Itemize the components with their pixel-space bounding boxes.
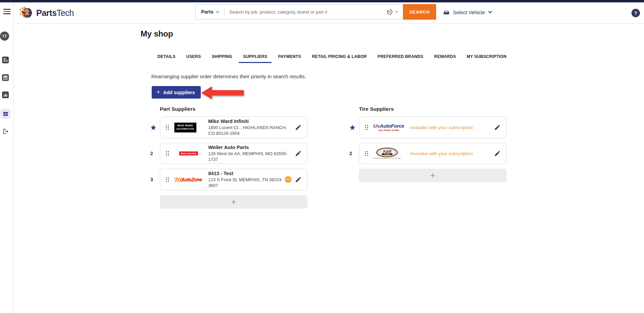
star-icon bbox=[349, 125, 356, 130]
tire-suppliers-heading: Tire Suppliers bbox=[359, 106, 507, 112]
drag-handle-icon[interactable] bbox=[166, 125, 169, 130]
more-status-icon[interactable]: ••• bbox=[285, 176, 292, 183]
hamburger-menu-icon[interactable] bbox=[3, 9, 10, 14]
supplier-card: Weiler Auto Parts Weiler Auto Parts 128 … bbox=[160, 143, 307, 164]
supplier-row: UsAutoForce Your Power to Win. Included … bbox=[349, 117, 507, 138]
supplier-name: 8413 - Test bbox=[208, 170, 285, 176]
logout-icon bbox=[2, 128, 9, 135]
subscription-note: Included with your subscription bbox=[410, 151, 494, 156]
sidebar-item-quotes[interactable] bbox=[0, 55, 10, 65]
tire-suppliers-section: Tire Suppliers UsAutoForce Your Power to… bbox=[349, 106, 507, 182]
storefront-icon bbox=[2, 111, 9, 117]
annotation-arrow bbox=[200, 85, 245, 101]
part-suppliers-section: Part Suppliers MIKE WARD AUTOMOTIVE Mike… bbox=[150, 106, 307, 209]
avatar[interactable]: TT bbox=[0, 32, 9, 41]
chevron-down-icon bbox=[395, 11, 398, 13]
supplier-logo: K&M TIRE Serving Tire Retailers For Over… bbox=[373, 148, 406, 160]
tab-rewards[interactable]: REWARDS bbox=[434, 54, 456, 63]
search-input[interactable] bbox=[229, 9, 384, 15]
history-clock-icon bbox=[387, 9, 393, 15]
tab-suppliers[interactable]: SUPPLIERS bbox=[239, 54, 272, 63]
supplier-card: K&M TIRE Serving Tire Retailers For Over… bbox=[359, 143, 507, 164]
divider bbox=[224, 7, 224, 16]
priority-star bbox=[349, 125, 359, 130]
search-scope-label: Parts bbox=[201, 9, 213, 15]
reorder-note: Rearranging supplier order determines th… bbox=[151, 74, 306, 79]
supplier-card: AutoZone 8413 - Test 123 S Front St, MEM… bbox=[160, 169, 307, 190]
edit-pencil-icon[interactable] bbox=[494, 124, 501, 131]
add-tire-supplier-row[interactable]: + bbox=[359, 169, 507, 182]
supplier-info: 8413 - Test 123 S Front St, MEMPHIS, TN … bbox=[208, 170, 285, 189]
select-vehicle-label: Select Vehicle bbox=[453, 9, 485, 15]
chevron-down-icon bbox=[216, 11, 219, 13]
tab-users[interactable]: USERS bbox=[186, 54, 201, 63]
supplier-row: 2 Weiler Auto Parts Weiler Auto Parts 12… bbox=[150, 143, 307, 164]
priority-number: 2 bbox=[349, 151, 359, 156]
supplier-name: Weiler Auto Parts bbox=[208, 144, 295, 150]
part-suppliers-heading: Part Suppliers bbox=[160, 106, 307, 112]
supplier-logo: UsAutoForce Your Power to Win. bbox=[373, 123, 406, 131]
plus-icon: + bbox=[156, 89, 160, 95]
drag-handle-icon[interactable] bbox=[166, 151, 169, 156]
supplier-info: Mike Ward Infiniti 1800 Lucent Ct. , HIG… bbox=[208, 118, 295, 137]
sidebar-item-my-shop[interactable] bbox=[0, 109, 10, 119]
supplier-address: 123 S Front St, MEMPHIS, TN 38103-3607 bbox=[208, 177, 285, 189]
supplier-address: 128 West rte AA, MEMPHIS, MO 63555-1737 bbox=[208, 151, 295, 163]
plus-icon: + bbox=[430, 171, 435, 180]
drag-handle-icon[interactable] bbox=[365, 125, 368, 130]
plus-icon: + bbox=[231, 197, 236, 207]
search-history-dropdown[interactable] bbox=[387, 9, 398, 15]
page-title: My shop bbox=[141, 29, 173, 39]
supplier-row: MIKE WARD AUTOMOTIVE Mike Ward Infiniti … bbox=[150, 117, 307, 138]
supplier-logo: AutoZone bbox=[174, 177, 203, 182]
chevron-down-icon bbox=[488, 11, 492, 14]
priority-number: 2 bbox=[150, 151, 160, 156]
star-icon bbox=[150, 125, 156, 130]
partstech-wordmark: PartsTech bbox=[36, 8, 74, 18]
tab-shipping[interactable]: SHIPPING bbox=[212, 54, 232, 63]
sidebar-item-orders[interactable] bbox=[0, 72, 10, 83]
search-scope-dropdown[interactable]: Parts bbox=[201, 9, 219, 15]
edit-pencil-icon[interactable] bbox=[295, 176, 302, 183]
priority-number: 3 bbox=[150, 177, 160, 182]
add-suppliers-button[interactable]: + Add suppliers bbox=[152, 86, 201, 99]
priority-star bbox=[150, 125, 160, 130]
search-button[interactable]: SEARCH bbox=[403, 4, 436, 20]
supplier-card: UsAutoForce Your Power to Win. Included … bbox=[359, 117, 507, 138]
partstech-globe-icon bbox=[19, 5, 34, 20]
supplier-address: 1800 Lucent Ct. , HIGHLANDS RANCH, CO 80… bbox=[208, 125, 293, 137]
top-header: PartsTech Parts SEARCH Se bbox=[14, 2, 644, 24]
archive-box-icon bbox=[2, 74, 9, 81]
tab-retail-pricing-labor[interactable]: RETAIL PRICING & LABOR bbox=[312, 54, 367, 63]
tab-payments[interactable]: PAYMENTS bbox=[278, 54, 301, 63]
shop-tabs: DETAILS USERS SHIPPING SUPPLIERS PAYMENT… bbox=[157, 54, 507, 63]
supplier-info: Weiler Auto Parts 128 West rte AA, MEMPH… bbox=[208, 144, 295, 163]
add-part-supplier-row[interactable]: + bbox=[160, 195, 307, 209]
supplier-row: 3 AutoZone 8413 - Test 123 S Front St, M… bbox=[150, 169, 307, 190]
top-brand-strip bbox=[0, 0, 644, 2]
tab-my-subscription[interactable]: MY SUBSCRIPTION bbox=[467, 54, 507, 63]
car-icon bbox=[443, 9, 450, 15]
add-suppliers-label: Add suppliers bbox=[163, 90, 195, 95]
left-sidebar: TT bbox=[0, 2, 14, 313]
supplier-logo: Weiler Auto Parts bbox=[174, 151, 203, 155]
edit-pencil-icon[interactable] bbox=[494, 150, 501, 157]
sidebar-item-logout[interactable] bbox=[0, 126, 10, 137]
subscription-note: Included with your subscription bbox=[410, 125, 494, 130]
drag-handle-icon[interactable] bbox=[166, 177, 169, 182]
edit-pencil-icon[interactable] bbox=[295, 150, 302, 157]
search-box: Parts bbox=[195, 4, 403, 20]
tab-preferred-brands[interactable]: PREFERRED BRANDS bbox=[378, 54, 423, 63]
supplier-name: Mike Ward Infiniti bbox=[208, 118, 295, 124]
supplier-logo: MIKE WARD AUTOMOTIVE bbox=[174, 123, 203, 132]
edit-pencil-icon[interactable] bbox=[295, 124, 302, 131]
supplier-card: MIKE WARD AUTOMOTIVE Mike Ward Infiniti … bbox=[160, 117, 307, 138]
sidebar-item-reports[interactable] bbox=[0, 90, 10, 100]
select-vehicle-dropdown[interactable]: Select Vehicle bbox=[443, 2, 492, 22]
help-button[interactable]: ? bbox=[631, 9, 640, 17]
supplier-row: 2 K&M TIRE Serving Tire Retailers For Ov… bbox=[349, 143, 507, 164]
drag-handle-icon[interactable] bbox=[365, 151, 368, 156]
search-bar: Parts SEARCH bbox=[195, 4, 436, 20]
tab-details[interactable]: DETAILS bbox=[157, 54, 175, 63]
partstech-logo[interactable]: PartsTech bbox=[19, 5, 74, 20]
